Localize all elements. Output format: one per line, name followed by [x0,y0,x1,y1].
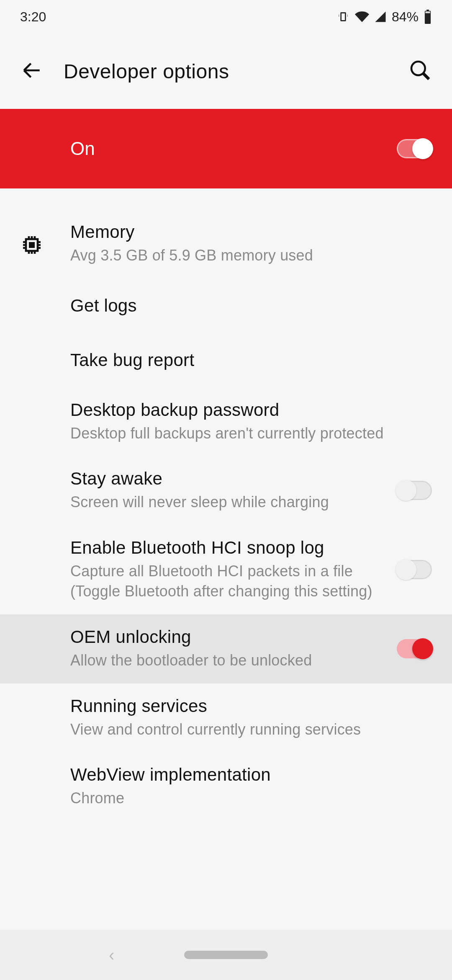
row-sub: Capture all Bluetooth HCI packets in a f… [70,561,387,602]
row-title: Get logs [70,296,422,316]
row-memory[interactable]: Memory Avg 3.5 GB of 5.9 GB memory used [0,209,452,279]
row-bug-report[interactable]: Take bug report [0,333,452,387]
page-title: Developer options [64,60,388,83]
row-title: Enable Bluetooth HCI snoop log [70,538,387,558]
row-oem-unlocking[interactable]: OEM unlocking Allow the bootloader to be… [0,614,452,683]
row-sub: Allow the bootloader to be unlocked [70,650,387,671]
row-title: Desktop backup password [70,400,422,420]
row-title: WebView implementation [70,765,422,785]
row-bt-snoop[interactable]: Enable Bluetooth HCI snoop log Capture a… [0,525,452,614]
master-toggle-row[interactable]: On [0,109,452,188]
header: Developer options [0,34,452,109]
memory-icon [20,231,70,257]
svg-rect-4 [29,242,35,248]
status-time: 3:20 [20,9,46,25]
row-title: Running services [70,696,422,716]
stay-awake-toggle[interactable] [397,481,432,500]
battery-percentage: 84% [392,9,419,25]
row-get-logs[interactable]: Get logs [0,279,452,333]
battery-icon [424,10,432,24]
master-toggle-label: On [70,138,397,159]
row-stay-awake[interactable]: Stay awake Screen will never sleep while… [0,456,452,525]
row-sub: Chrome [70,788,422,809]
bt-snoop-toggle[interactable] [397,560,432,579]
status-bar: 3:20 84% [0,0,452,34]
svg-point-2 [411,62,425,75]
settings-list: Memory Avg 3.5 GB of 5.9 GB memory used … [0,188,452,821]
row-title: Memory [70,222,422,242]
row-sub: View and control currently running servi… [70,720,422,740]
row-running-services[interactable]: Running services View and control curren… [0,683,452,753]
vibrate-icon [336,10,350,23]
row-title: OEM unlocking [70,627,387,647]
row-desktop-backup-password[interactable]: Desktop backup password Desktop full bac… [0,387,452,456]
row-sub: Avg 3.5 GB of 5.9 GB memory used [70,245,422,266]
wifi-icon [355,10,369,24]
row-webview-implementation[interactable]: WebView implementation Chrome [0,752,452,821]
oem-unlocking-toggle[interactable] [397,639,432,658]
svg-rect-1 [425,11,430,13]
nav-home-pill[interactable] [184,951,268,959]
master-toggle-switch[interactable] [397,139,432,158]
nav-back-icon[interactable]: ‹ [109,946,114,965]
row-sub: Desktop full backups aren't currently pr… [70,423,422,444]
navigation-bar: ‹ [0,930,452,980]
back-icon[interactable] [20,59,44,84]
svg-rect-0 [425,13,430,23]
row-title: Take bug report [70,350,422,370]
row-title: Stay awake [70,469,387,489]
row-sub: Screen will never sleep while charging [70,492,387,513]
search-icon[interactable] [408,59,432,84]
signal-icon [374,10,387,23]
status-right: 84% [336,9,432,25]
